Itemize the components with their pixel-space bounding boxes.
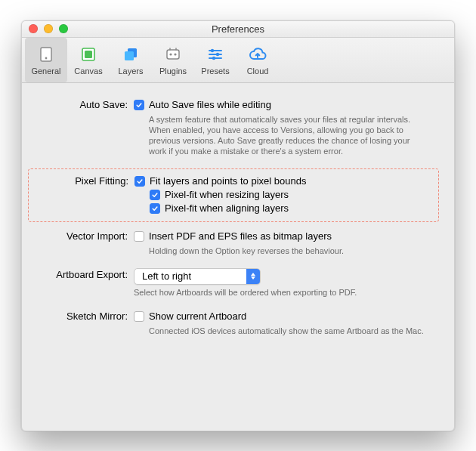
- minimize-button[interactable]: [44, 24, 53, 33]
- presets-icon: [205, 44, 226, 65]
- checkbox-icon: [150, 190, 160, 200]
- pixelfit-align-checkbox[interactable]: Pixel-fit when aligning layers: [134, 202, 431, 215]
- row-vectorimport: Vector Import: Insert PDF and EPS files …: [36, 230, 431, 256]
- tab-label: Presets: [201, 66, 229, 76]
- checkbox-label: Insert PDF and EPS files as bitmap layer…: [149, 230, 332, 243]
- checkbox-label: Fit layers and points to pixel bounds: [150, 175, 306, 188]
- svg-rect-3: [85, 51, 92, 58]
- checkbox-icon: [134, 176, 145, 187]
- pixelfit-resize-checkbox[interactable]: Pixel-fit when resizing layers: [134, 188, 431, 202]
- traffic-lights: [22, 24, 68, 33]
- checkbox-icon: [134, 311, 144, 322]
- label-vectorimport: Vector Import:: [36, 230, 134, 242]
- svg-point-9: [211, 49, 214, 52]
- select-value: Left to right: [134, 270, 246, 282]
- svg-point-8: [174, 53, 176, 55]
- svg-rect-6: [167, 50, 179, 59]
- row-pixelfitting: Pixel Fitting: Fit layers and points to …: [36, 175, 431, 215]
- general-icon: [36, 44, 57, 65]
- checkbox-icon: [134, 100, 144, 110]
- tab-cloud[interactable]: Cloud: [236, 38, 279, 82]
- label-autosave: Auto Save:: [36, 98, 134, 110]
- checkbox-icon: [134, 231, 144, 242]
- label-sketchmirror: Sketch Mirror:: [36, 310, 134, 322]
- layers-icon: [120, 44, 141, 65]
- svg-point-1: [45, 57, 48, 60]
- tab-label: Cloud: [247, 66, 269, 76]
- tab-label: Plugins: [159, 66, 187, 76]
- canvas-icon: [78, 44, 99, 65]
- autosave-checkbox[interactable]: Auto Save files while editing: [134, 98, 431, 112]
- plugins-icon: [162, 44, 184, 65]
- pixelfit-bounds-checkbox[interactable]: Fit layers and points to pixel bounds: [134, 175, 431, 188]
- tab-layers[interactable]: Layers: [110, 38, 152, 82]
- checkbox-icon: [150, 203, 160, 214]
- close-button[interactable]: [29, 24, 38, 33]
- tab-canvas[interactable]: Canvas: [67, 38, 110, 82]
- svg-rect-5: [125, 51, 134, 60]
- sketchmirror-checkbox[interactable]: Show current Artboard: [134, 310, 431, 323]
- row-sketchmirror: Sketch Mirror: Show current Artboard Con…: [36, 310, 431, 336]
- checkbox-label: Show current Artboard: [149, 310, 246, 323]
- tab-general[interactable]: General: [25, 38, 67, 82]
- autosave-help: A system feature that automatically save…: [134, 114, 431, 156]
- pixel-fitting-highlight: Pixel Fitting: Fit layers and points to …: [28, 168, 439, 222]
- label-artboardexport: Artboard Export:: [36, 268, 134, 280]
- vectorimport-help: Holding down the Option key reverses the…: [134, 246, 431, 256]
- checkbox-label: Pixel-fit when resizing layers: [165, 188, 289, 202]
- row-autosave: Auto Save: Auto Save files while editing…: [36, 98, 431, 156]
- content-pane: Auto Save: Auto Save files while editing…: [22, 83, 454, 431]
- window-title: Preferences: [22, 23, 454, 35]
- checkbox-label: Auto Save files while editing: [149, 98, 271, 112]
- svg-point-11: [212, 57, 215, 60]
- artboard-order-select[interactable]: Left to right: [134, 268, 261, 285]
- tab-label: Layers: [118, 66, 143, 76]
- svg-point-7: [169, 53, 172, 55]
- artboardexport-help: Select how Artboards will be ordered whe…: [134, 287, 431, 298]
- vectorimport-checkbox[interactable]: Insert PDF and EPS files as bitmap layer…: [134, 230, 431, 243]
- zoom-button[interactable]: [59, 24, 68, 33]
- label-pixelfitting: Pixel Fitting:: [36, 175, 134, 187]
- checkbox-label: Pixel-fit when aligning layers: [165, 202, 289, 215]
- select-stepper-icon: [246, 269, 260, 284]
- sketchmirror-help: Connected iOS devices automatically show…: [134, 326, 431, 336]
- tab-plugins[interactable]: Plugins: [152, 38, 194, 82]
- titlebar: Preferences: [22, 21, 454, 38]
- tab-label: Canvas: [74, 66, 102, 76]
- svg-point-10: [216, 53, 219, 56]
- row-artboardexport: Artboard Export: Left to right Select ho…: [36, 268, 431, 298]
- preferences-window: Preferences General Canvas Layers Plugin…: [21, 20, 455, 431]
- toolbar: General Canvas Layers Plugins Presets: [22, 38, 454, 83]
- tab-presets[interactable]: Presets: [194, 38, 236, 82]
- cloud-icon: [247, 44, 268, 65]
- tab-label: General: [31, 66, 60, 76]
